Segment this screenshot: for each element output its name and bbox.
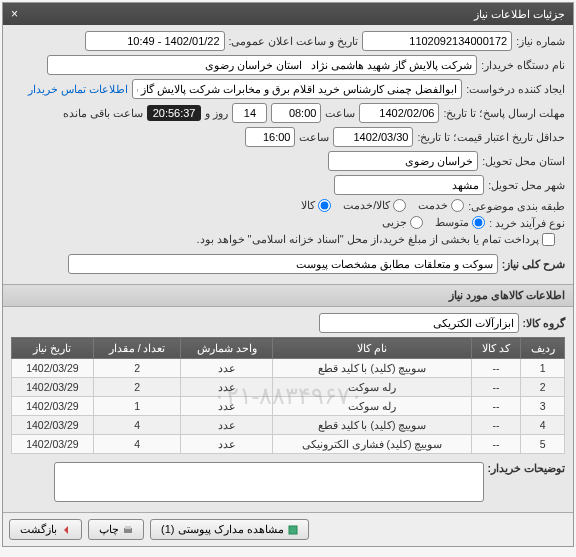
time-label-1: ساعت (325, 107, 355, 119)
treasury-checkbox[interactable] (542, 233, 555, 246)
back-button[interactable]: بازگشت (9, 519, 82, 540)
announce-field[interactable] (85, 31, 225, 51)
close-button[interactable]: × (11, 7, 18, 21)
need-number-field[interactable] (362, 31, 512, 51)
buyer-notes-field[interactable] (54, 462, 484, 502)
table-cell: 4 (521, 416, 565, 435)
table-cell: 1402/03/29 (12, 378, 94, 397)
table-cell: رله سوکت (272, 397, 471, 416)
table-cell: سوییچ (کلید) با کلید قطع (272, 359, 471, 378)
table-cell: 1402/03/29 (12, 359, 94, 378)
buyer-field[interactable] (47, 55, 477, 75)
print-label: چاپ (99, 523, 119, 536)
col-row: ردیف (521, 338, 565, 359)
table-cell: عدد (181, 397, 273, 416)
panel-header: جزئیات اطلاعات نیاز × (3, 3, 573, 25)
radio-service[interactable] (451, 199, 464, 212)
col-unit: واحد شمارش (181, 338, 273, 359)
category-radio-group: خدمت کالا/خدمت کالا (301, 199, 464, 212)
table-cell: 3 (521, 397, 565, 416)
table-cell: عدد (181, 378, 273, 397)
desc-label: شرح کلی نیاز: (502, 258, 565, 270)
table-cell: رله سوکت (272, 378, 471, 397)
time-label-2: ساعت (299, 131, 329, 143)
radio-goods[interactable] (318, 199, 331, 212)
group-field[interactable] (319, 313, 519, 333)
city-field[interactable] (334, 175, 484, 195)
table-cell: 1402/03/29 (12, 397, 94, 416)
days-label: روز و (205, 107, 228, 119)
table-cell: -- (472, 378, 521, 397)
process-radio-group: متوسط جزیی (382, 216, 485, 229)
buyer-notes-label: توضیحات خریدار: (488, 462, 565, 474)
table-cell: عدد (181, 359, 273, 378)
table-row: 4--سوییچ (کلید) با کلید قطععدد41402/03/2… (12, 416, 565, 435)
radio-medium-label: متوسط (435, 216, 469, 229)
table-cell: 1402/03/29 (12, 416, 94, 435)
table-cell: 2 (521, 378, 565, 397)
table-row: 3--رله سوکتعدد11402/03/29 (12, 397, 565, 416)
table-cell: سوییچ (کلید) با کلید قطع (272, 416, 471, 435)
print-button[interactable]: چاپ (88, 519, 144, 540)
table-cell: عدد (181, 435, 273, 454)
countdown-timer: 20:56:37 (147, 105, 202, 121)
table-cell: 5 (521, 435, 565, 454)
radio-medium[interactable] (472, 216, 485, 229)
buyer-label: نام دستگاه خریدار: (481, 59, 565, 71)
radio-goods-label: کالا (301, 199, 315, 212)
group-label: گروه کالا: (523, 317, 565, 329)
process-label: نوع فرآیند خرید : (489, 217, 565, 229)
validity-label: حداقل تاریخ اعتبار قیمت؛ تا تاریخ: (417, 131, 565, 143)
back-label: بازگشت (20, 523, 57, 536)
contact-link[interactable]: اطلاعات تماس خریدار (28, 83, 128, 96)
panel-body: شماره نیاز: تاریخ و ساعت اعلان عمومی: نا… (3, 25, 573, 284)
deadline-label: مهلت ارسال پاسخ؛ تا تاریخ: (443, 107, 565, 119)
radio-small-label: جزیی (382, 216, 407, 229)
table-cell: 1 (93, 397, 180, 416)
province-label: استان محل تحویل: (482, 155, 565, 167)
table-cell: -- (472, 397, 521, 416)
table-cell: -- (472, 359, 521, 378)
announce-label: تاریخ و ساعت اعلان عمومی: (229, 35, 359, 47)
table-row: 1--سوییچ (کلید) با کلید قطععدد21402/03/2… (12, 359, 565, 378)
deadline-date-field[interactable] (359, 103, 439, 123)
table-cell: 4 (93, 435, 180, 454)
radio-small[interactable] (410, 216, 423, 229)
print-icon (123, 525, 133, 535)
need-number-label: شماره نیاز: (516, 35, 565, 47)
validity-time-field[interactable] (245, 127, 295, 147)
table-cell: عدد (181, 416, 273, 435)
col-name: نام کالا (272, 338, 471, 359)
treasury-label: پرداخت تمام یا بخشی از مبلغ خرید،از محل … (196, 233, 539, 246)
items-table-wrapper: ۰۲۱-۸۸۳۴۹۶۷۰ ردیف کد کالا نام کالا واحد … (11, 337, 565, 454)
days-field[interactable] (232, 103, 267, 123)
city-label: شهر محل تحویل: (488, 179, 565, 191)
items-table: ردیف کد کالا نام کالا واحد شمارش تعداد /… (11, 337, 565, 454)
col-qty: تعداد / مقدار (93, 338, 180, 359)
deadline-time-field[interactable] (271, 103, 321, 123)
table-cell: -- (472, 416, 521, 435)
table-cell: 1 (521, 359, 565, 378)
province-field[interactable] (328, 151, 478, 171)
desc-field[interactable] (68, 254, 498, 274)
attachments-button[interactable]: مشاهده مدارک پیوستی (1) (150, 519, 309, 540)
table-cell: 1402/03/29 (12, 435, 94, 454)
items-section-title: اطلاعات کالاهای مورد نیاز (3, 284, 573, 307)
panel-title: جزئیات اطلاعات نیاز (474, 8, 565, 21)
need-details-panel: جزئیات اطلاعات نیاز × شماره نیاز: تاریخ … (2, 2, 574, 547)
footer-bar: مشاهده مدارک پیوستی (1) چاپ بازگشت (3, 512, 573, 546)
svg-rect-2 (125, 526, 131, 529)
radio-goods-service[interactable] (393, 199, 406, 212)
attachments-label: مشاهده مدارک پیوستی (1) (161, 523, 284, 536)
table-cell: 2 (93, 359, 180, 378)
table-row: 5--سوییچ (کلید) فشاری الکترونیکیعدد41402… (12, 435, 565, 454)
table-cell: -- (472, 435, 521, 454)
table-cell: 4 (93, 416, 180, 435)
validity-date-field[interactable] (333, 127, 413, 147)
col-date: تاریخ نیاز (12, 338, 94, 359)
remaining-label: ساعت باقی مانده (63, 107, 143, 119)
creator-field[interactable] (132, 79, 462, 99)
radio-service-label: خدمت (418, 199, 448, 212)
col-code: کد کالا (472, 338, 521, 359)
radio-goods-service-label: کالا/خدمت (343, 199, 390, 212)
